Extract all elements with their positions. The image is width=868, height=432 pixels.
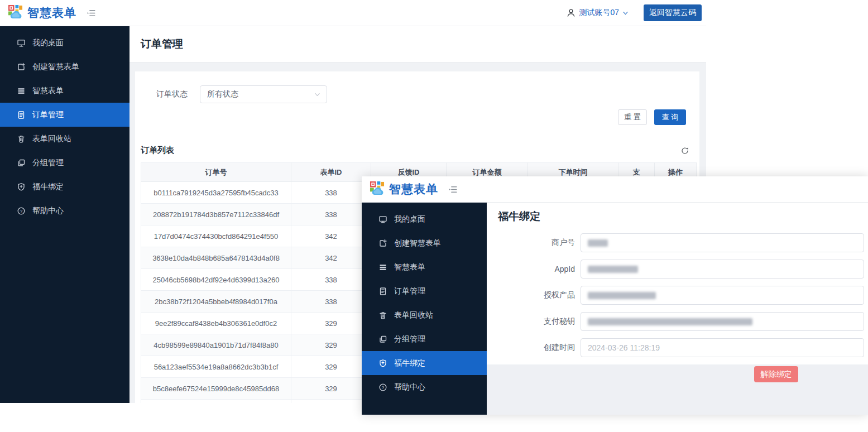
field-input[interactable] <box>581 286 864 305</box>
order-no-cell: 2bc38b72f1204a5bbeb4f8984d017f0a <box>141 291 291 313</box>
order-status-value: 所有状态 <box>207 89 238 99</box>
page-title: 订单管理 <box>141 37 183 51</box>
sidebar-item-label: 帮助中心 <box>394 382 425 392</box>
sidebar-item-label: 智慧表单 <box>32 86 64 96</box>
refresh-icon[interactable] <box>680 146 689 155</box>
field-input[interactable] <box>581 260 864 279</box>
sidebar-item-label: 智慧表单 <box>394 262 425 272</box>
funiu-footer-area: 解除绑定 <box>487 364 868 415</box>
column-header: 表单ID <box>291 163 371 182</box>
sidebar-item-4[interactable]: 订单管理 <box>0 103 130 127</box>
field-label: 授权产品 <box>487 290 575 300</box>
svg-text:?: ? <box>20 208 23 213</box>
field-label: 创建时间 <box>487 343 575 353</box>
field-input[interactable]: 2024-03-26 11:28:19 <box>581 338 864 357</box>
form-row: 商户号 <box>487 233 868 252</box>
topbar: 智慧表单 <box>362 176 868 203</box>
sidebar-item-8[interactable]: ?帮助中心 <box>362 375 487 399</box>
recycle-icon <box>17 135 26 143</box>
sidebar-item-6[interactable]: 分组管理 <box>0 151 130 175</box>
funiu-shield-icon <box>378 359 387 368</box>
groups-icon <box>378 335 387 344</box>
sidebar-item-5[interactable]: 表单回收站 <box>0 127 130 151</box>
form-id-cell: 342 <box>291 247 371 269</box>
return-cloud-button[interactable]: 返回智慧云码 <box>644 4 702 21</box>
qr-cloud-logo-icon <box>370 181 385 198</box>
forms-icon <box>17 87 26 95</box>
sidebar-item-7[interactable]: 福牛绑定 <box>362 351 487 375</box>
form-row: AppId <box>487 260 868 279</box>
filter-row: 订单状态 所有状态 <box>156 85 696 103</box>
order-no-cell: b0111ca7919245d3a27595fb45cadc33 <box>141 182 291 204</box>
order-no-cell: 56a123aef5534e19a8a8662dc3b3b1cf <box>141 356 291 378</box>
sidebar-item-label: 福牛绑定 <box>32 182 64 192</box>
order-no-cell: 3638e10da4b848b685a6478143d4a0f8 <box>141 247 291 269</box>
form-id-cell: 329 <box>291 334 371 356</box>
field-input[interactable] <box>581 233 864 252</box>
sidebar-item-5[interactable]: 表单回收站 <box>362 303 487 327</box>
form-id-cell: 329 <box>291 378 371 400</box>
order-status-select[interactable]: 所有状态 <box>200 85 327 103</box>
chevron-down-icon <box>314 91 321 98</box>
form-row: 支付秘钥 <box>487 312 868 331</box>
groups-icon <box>17 159 26 167</box>
sidebar: 我的桌面创建智慧表单智慧表单订单管理表单回收站分组管理福牛绑定?帮助中心 <box>0 26 130 403</box>
order-status-label: 订单状态 <box>156 89 188 99</box>
field-input[interactable] <box>581 312 864 331</box>
orders-icon <box>378 287 387 296</box>
sidebar-item-1[interactable]: 我的桌面 <box>362 207 487 231</box>
funiu-content: 福牛绑定 商户号AppId授权产品支付秘钥创建时间2024-03-26 11:2… <box>487 203 868 415</box>
sidebar-item-label: 表单回收站 <box>394 310 433 320</box>
order-no-cell: 208872b191784d3b857e7112c33846df <box>141 204 291 225</box>
sidebar-item-label: 订单管理 <box>32 110 64 120</box>
form-id-cell: 338 <box>291 291 371 313</box>
menu-fold-icon[interactable] <box>87 8 96 18</box>
funiu-form-area: 福牛绑定 商户号AppId授权产品支付秘钥创建时间2024-03-26 11:2… <box>487 203 868 364</box>
recycle-icon <box>378 311 387 320</box>
masked-value <box>588 266 638 273</box>
order-no-cell: 17d7d0474c374430bcfd864291e4f550 <box>141 225 291 247</box>
sidebar-item-label: 创建智慧表单 <box>32 62 79 72</box>
field-label: AppId <box>487 265 575 273</box>
sidebar-item-label: 分组管理 <box>394 334 425 344</box>
qr-cloud-logo-icon <box>8 4 23 22</box>
topbar-right: 测试账号07 返回智慧云码 <box>567 4 706 21</box>
svg-text:?: ? <box>382 385 385 390</box>
masked-value <box>588 292 656 299</box>
sidebar-item-label: 分组管理 <box>32 158 64 168</box>
sidebar-item-8[interactable]: ?帮助中心 <box>0 199 130 223</box>
sidebar-item-label: 创建智慧表单 <box>394 238 441 248</box>
sidebar-item-label: 我的桌面 <box>394 214 425 224</box>
sidebar-item-3[interactable]: 智慧表单 <box>0 79 130 103</box>
sidebar-item-7[interactable]: 福牛绑定 <box>0 175 130 199</box>
reset-button[interactable]: 重 置 <box>618 109 647 125</box>
order-no-cell: b5c8eefe67524e15999de8c45985dd68 <box>141 378 291 400</box>
order-no-cell: dd20aa17d52548de8fb4160b6bec5341 <box>141 400 291 404</box>
app-logo: 智慧表单 <box>362 181 438 198</box>
form-id-cell: 338 <box>291 182 371 204</box>
form-id-cell: 338 <box>291 269 371 291</box>
masked-value <box>588 239 608 247</box>
form-row: 创建时间2024-03-26 11:28:19 <box>487 338 868 357</box>
desktop-icon <box>378 215 387 224</box>
sidebar-item-2[interactable]: 创建智慧表单 <box>0 55 130 79</box>
query-button[interactable]: 查 询 <box>654 109 686 125</box>
field-label: 商户号 <box>487 238 575 248</box>
orders-icon <box>17 111 26 119</box>
chevron-down-icon[interactable] <box>622 9 629 17</box>
sidebar-item-2[interactable]: 创建智慧表单 <box>362 231 487 255</box>
unbind-button[interactable]: 解除绑定 <box>754 366 798 382</box>
sidebar-item-4[interactable]: 订单管理 <box>362 279 487 303</box>
sidebar: 我的桌面创建智慧表单智慧表单订单管理表单回收站分组管理福牛绑定?帮助中心 <box>362 203 487 415</box>
sidebar-item-6[interactable]: 分组管理 <box>362 327 487 351</box>
sidebar-item-3[interactable]: 智慧表单 <box>362 255 487 279</box>
menu-fold-icon[interactable] <box>448 185 458 194</box>
topbar: 智慧表单 测试账号07 返回智慧云码 <box>0 0 706 26</box>
sidebar-item-label: 表单回收站 <box>32 134 71 144</box>
order-no-cell: 9ee2f89ccaf8438eb4b306361e0df0c2 <box>141 313 291 334</box>
logo-text: 智慧表单 <box>389 181 438 197</box>
page-title: 福牛绑定 <box>498 209 540 224</box>
help-icon: ? <box>17 207 26 215</box>
account-name[interactable]: 测试账号07 <box>579 8 619 18</box>
sidebar-item-1[interactable]: 我的桌面 <box>0 31 130 55</box>
